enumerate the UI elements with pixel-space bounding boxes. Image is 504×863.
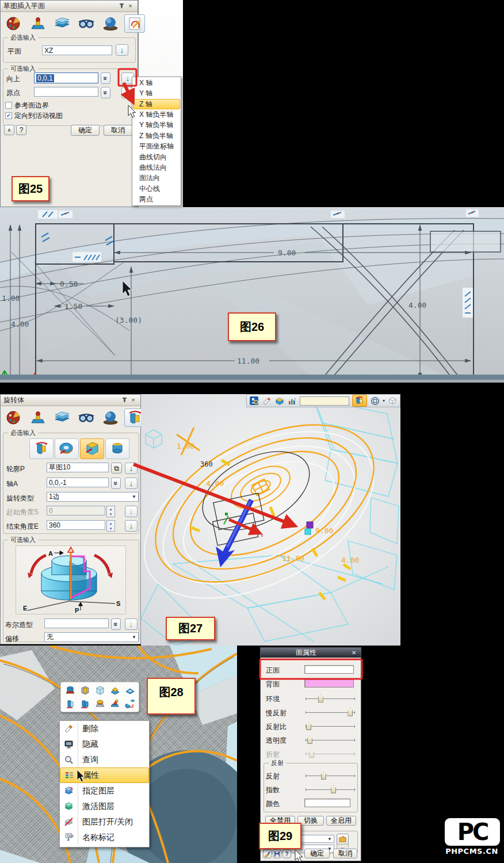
axis-expand-button[interactable]: » [111, 478, 121, 489]
offset-select[interactable]: 无▼ [44, 632, 139, 642]
menu-item-layer-toggle[interactable]: 图层打开/关闭 [60, 814, 149, 830]
front-color-swatch[interactable] [304, 665, 354, 674]
chart-icon[interactable] [287, 396, 297, 406]
menu-item-name-tag[interactable]: TAG 名称标记 [60, 830, 149, 845]
plane-pick-arrow-button[interactable]: ↓ [116, 44, 128, 56]
menu-item-plane-axis[interactable]: 平面坐标轴 [133, 142, 180, 152]
reflect-slider[interactable] [306, 776, 355, 776]
inspect-icon[interactable] [249, 396, 259, 406]
end-angle-arrow-button[interactable]: ↓ [125, 520, 138, 532]
stamp-icon[interactable] [28, 14, 48, 33]
plane-input[interactable]: XZ [42, 45, 112, 55]
end-angle-input[interactable]: 360 [47, 520, 105, 530]
menu-item-x-axis[interactable]: X 轴 [133, 78, 180, 88]
glasses-icon[interactable] [76, 408, 97, 427]
close-icon[interactable]: ✕ [352, 650, 361, 656]
origin-input[interactable] [34, 87, 98, 97]
feature-loft-icon[interactable] [109, 698, 121, 709]
boolean-arrow-button[interactable]: ↓ [125, 618, 138, 630]
part-box-icon[interactable] [274, 396, 284, 406]
ref-boundary-checkbox[interactable] [5, 102, 12, 109]
menu-item-y-neg-axis[interactable]: Y 轴负半轴 [133, 120, 180, 131]
render-palette-icon[interactable] [3, 14, 24, 33]
menu-item-query[interactable]: 查询 [60, 752, 149, 767]
render-palette-icon[interactable] [3, 408, 24, 427]
menu-item-y-axis[interactable]: Y 轴 [133, 88, 180, 98]
display-mode-caret-icon[interactable]: ▾ [383, 398, 385, 403]
menu-item-x-neg-axis[interactable]: X 轴负半轴 [133, 109, 180, 120]
feature-revolve1-icon[interactable] [64, 698, 76, 709]
revolve-mode-sheet-button[interactable] [80, 438, 104, 459]
boolean-expand-button[interactable]: » [111, 618, 121, 630]
display-mode-icon[interactable] [370, 396, 380, 406]
feature-extrude-icon[interactable] [64, 685, 76, 696]
refraction-slider[interactable] [306, 754, 355, 754]
menu-item-properties[interactable]: 属性 [60, 767, 149, 783]
transparency-slider[interactable] [306, 740, 355, 740]
profile-pick-arrow-button[interactable]: ↓ [125, 463, 138, 474]
menu-item-face-normal[interactable]: 面法向 [133, 173, 180, 184]
enable-all-button[interactable]: 全启用 [326, 816, 356, 826]
feature-revolve2-icon[interactable] [79, 698, 91, 709]
diffuse-slider[interactable] [306, 712, 355, 713]
revolve-active-button[interactable] [352, 395, 367, 407]
feature-hole-icon[interactable] [124, 685, 136, 696]
render-sphere-icon[interactable] [100, 408, 121, 427]
menu-item-curve-tangent[interactable]: 曲线切向 [133, 152, 180, 162]
reflect-color-swatch[interactable] [304, 799, 350, 807]
menu-item-z-neg-axis[interactable]: Z 轴负半轴 [133, 131, 180, 141]
view-cube-icon[interactable] [388, 396, 398, 406]
render-sphere-icon[interactable] [100, 14, 121, 33]
reflectance-slider[interactable] [306, 726, 355, 727]
start-angle-spinner[interactable]: ▲▼ [106, 506, 115, 517]
pin-icon[interactable] [120, 396, 129, 404]
start-angle-input[interactable]: 0 [47, 506, 105, 515]
cancel-button[interactable]: 取消 [104, 125, 132, 136]
feature-rib-icon[interactable] [79, 685, 91, 696]
menu-item-z-axis[interactable]: Z 轴 [133, 99, 180, 110]
origin-expand-button[interactable]: » [101, 87, 110, 98]
axis-endpoint-handle[interactable] [307, 522, 313, 528]
revolve-type-select[interactable]: 1边▼ [47, 492, 139, 502]
revolve-viewport-canvas[interactable]: x 1.00 360 4.00 9.00 11.00 4.00 [141, 394, 400, 646]
menu-item-centerline[interactable]: 中心线 [133, 184, 180, 194]
menu-item-delete[interactable]: 删除 [60, 721, 149, 736]
axis-pick-arrow-button[interactable]: ↓ [125, 478, 138, 489]
revolve-mode-basic-button[interactable] [29, 438, 54, 459]
help-button[interactable]: ? [16, 125, 26, 135]
save-icon[interactable] [273, 849, 281, 858]
up-input[interactable]: 0,0,1 [34, 72, 98, 83]
menu-item-curve-normal[interactable]: 曲线法向 [133, 162, 180, 173]
viewport-input-field[interactable] [300, 396, 349, 406]
collapse-button[interactable]: ∧ [4, 125, 14, 135]
menu-item-assign-layer[interactable]: 指定图层 [60, 783, 149, 799]
axis-input[interactable]: 0,0,-1 [47, 478, 109, 487]
boolean-input[interactable] [44, 618, 109, 628]
ambient-slider[interactable] [306, 698, 355, 699]
back-color-swatch[interactable] [304, 679, 354, 688]
stamp-icon[interactable] [28, 408, 48, 427]
menu-item-two-points[interactable]: 两点 [133, 194, 180, 205]
exponent-slider[interactable] [306, 789, 355, 790]
menu-item-activate-layer[interactable]: 激活图层 [60, 799, 149, 814]
feature-sweep-icon[interactable] [94, 698, 106, 709]
menu-item-hide[interactable]: 隐藏 [60, 736, 149, 752]
eraser-icon[interactable] [262, 396, 272, 406]
help-icon[interactable]: ? [282, 849, 291, 858]
close-icon[interactable]: × [129, 396, 138, 404]
end-angle-spinner[interactable]: ▲▼ [106, 520, 115, 532]
close-icon[interactable]: × [126, 2, 135, 10]
feature-draft-icon[interactable] [109, 685, 121, 696]
open-folder-icon[interactable] [337, 834, 349, 845]
sketch-viewport-canvas[interactable]: 9.00 0.50 1.50 1.00 4.00 (3.00) 11.00 4.… [0, 207, 504, 383]
brush-icon[interactable] [263, 849, 272, 858]
ok-button[interactable]: 确定 [71, 125, 100, 136]
profile-reuse-button[interactable]: ⧉ [111, 463, 122, 473]
face-ok-button[interactable]: 确定 [304, 849, 330, 858]
revolve-mode-solid-button[interactable] [105, 438, 129, 459]
feature-pattern-icon[interactable] [124, 698, 136, 709]
sketch-icon[interactable] [124, 14, 145, 33]
orient-view-checkbox[interactable]: ✓ [5, 112, 12, 119]
feature-shell-icon[interactable] [94, 685, 106, 696]
revolve-mode-thicken-button[interactable] [55, 438, 79, 459]
